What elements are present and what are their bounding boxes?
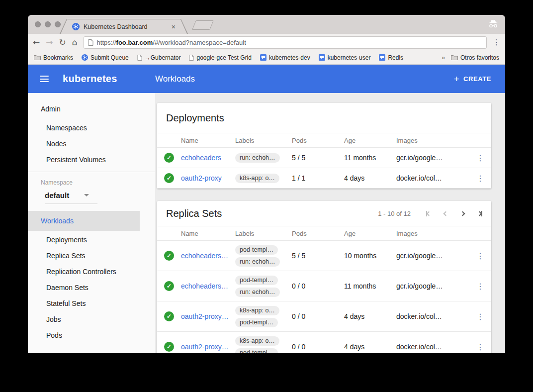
bookmark-folder-bookmarks[interactable]: Bookmarks xyxy=(34,54,73,61)
tab-title: Kubernetes Dashboard xyxy=(84,23,168,30)
status-ok-icon: ✓ xyxy=(164,342,174,352)
sidebar-item-replica-sets[interactable]: Replica Sets xyxy=(28,248,155,264)
label-chip: k8s-app: o… xyxy=(235,174,279,183)
column-pods: Pods xyxy=(292,137,344,144)
titlebar: Kubernetes Dashboard × xyxy=(28,15,505,34)
url-path: /#/workload?namespace=default xyxy=(153,39,246,46)
bookmark-label: google-gce Test Grid xyxy=(196,54,252,61)
new-tab-button[interactable] xyxy=(192,20,214,30)
sidebar-item-namespaces[interactable]: Namespaces xyxy=(28,120,155,136)
bookmark-folder-otros-favoritos[interactable]: Otros favoritos xyxy=(451,54,499,61)
first-page-button[interactable] xyxy=(426,211,431,216)
bookmark-google-gce-test-grid[interactable]: google-gce Test Grid xyxy=(189,54,252,61)
deployments-card: Deployments Name Labels Pods Age Images … xyxy=(157,103,491,189)
label-chip: run: echoh… xyxy=(235,288,280,297)
resource-link[interactable]: echoheaders xyxy=(181,154,235,162)
reload-button[interactable]: ↻ xyxy=(59,38,66,47)
bookmarks-overflow-chevron[interactable]: » xyxy=(442,54,445,61)
create-button[interactable]: + CREATE xyxy=(454,74,491,84)
sidebar-item-deployments[interactable]: Deployments xyxy=(28,232,155,248)
kubernetes-logo: kubernetes xyxy=(63,73,117,85)
back-button[interactable]: ← xyxy=(33,38,40,47)
next-page-button[interactable] xyxy=(461,212,464,215)
bookmark-gubernator[interactable]: →Gubernator xyxy=(137,54,181,61)
resource-link[interactable]: echoheaders… xyxy=(181,252,235,260)
row-menu-icon[interactable]: ⋮ xyxy=(476,251,484,261)
sidebar-item-workloads[interactable]: Workloads xyxy=(28,211,140,231)
replica-sets-card: Replica Sets 1 - 10 of 12 Name Labels Po… xyxy=(157,201,491,353)
namespace-select[interactable]: default xyxy=(45,191,97,204)
pods-cell: 5 / 5 xyxy=(292,154,344,162)
minimize-window-button[interactable] xyxy=(45,21,51,27)
folder-icon xyxy=(34,55,41,60)
browser-tab[interactable]: Kubernetes Dashboard × xyxy=(60,19,188,34)
deployments-card-title: Deployments xyxy=(166,112,224,124)
bookmark-label: →Gubernator xyxy=(145,54,181,61)
row-menu-icon[interactable]: ⋮ xyxy=(476,282,484,291)
pods-cell: 0 / 0 xyxy=(292,312,344,320)
create-button-label: CREATE xyxy=(463,75,491,83)
bookmark-label: kubernetes-dev xyxy=(269,54,310,61)
page-icon xyxy=(137,55,142,61)
row-menu-icon[interactable]: ⋮ xyxy=(476,312,484,321)
folder-icon xyxy=(451,55,458,60)
browser-menu-icon[interactable]: ⋮ xyxy=(493,38,500,47)
images-cell: docker.io/col… xyxy=(396,312,469,320)
forward-button[interactable]: → xyxy=(46,38,53,47)
column-images: Images xyxy=(396,137,469,144)
resource-link[interactable]: oauth2-proxy xyxy=(181,174,235,182)
chevron-down-icon xyxy=(84,194,89,196)
namespace-label: Namespace xyxy=(41,179,155,186)
page-title: Workloads xyxy=(155,74,195,84)
column-pods: Pods xyxy=(292,230,344,237)
column-age: Age xyxy=(344,230,396,237)
label-chip: pod-templ… xyxy=(235,245,278,255)
fullscreen-window-button[interactable] xyxy=(55,21,61,27)
hamburger-menu-icon[interactable] xyxy=(40,76,49,82)
pods-cell: 0 / 0 xyxy=(292,282,344,290)
bookmark-kubernetes-dev[interactable]: kubernetes-dev xyxy=(260,54,310,61)
sidebar-item-daemon-sets[interactable]: Daemon Sets xyxy=(28,280,155,295)
sidebar-item-pods[interactable]: Pods xyxy=(28,327,155,343)
bookmark-submit-queue[interactable]: Submit Queue xyxy=(82,54,129,61)
home-button[interactable]: ⌂ xyxy=(72,38,78,47)
url-bar[interactable]: https://foo.bar.com/#/workload?namespace… xyxy=(84,36,487,49)
column-labels: Labels xyxy=(235,137,292,144)
sidebar-item-replication-controllers[interactable]: Replication Controllers xyxy=(28,264,155,280)
sidebar-item-stateful-sets[interactable]: Stateful Sets xyxy=(28,295,155,311)
pagination-range: 1 - 10 of 12 xyxy=(378,210,411,217)
browser-window: Kubernetes Dashboard × ← → ↻ ⌂ https://f… xyxy=(28,15,505,353)
row-menu-icon[interactable]: ⋮ xyxy=(476,342,484,352)
column-images: Images xyxy=(396,230,469,237)
namespace-selected-value: default xyxy=(45,191,69,199)
resource-link[interactable]: oauth2-proxy… xyxy=(181,343,235,351)
deployments-table-header: Name Labels Pods Age Images xyxy=(157,133,491,148)
sidebar-item-nodes[interactable]: Nodes xyxy=(28,136,155,152)
resource-link[interactable]: oauth2-proxy… xyxy=(181,312,235,320)
tab-close-icon[interactable]: × xyxy=(172,23,176,30)
status-ok-icon: ✓ xyxy=(164,251,174,261)
label-chip: run: echoh… xyxy=(235,153,280,163)
resource-link[interactable]: echoheaders… xyxy=(181,282,235,290)
sidebar-item-jobs[interactable]: Jobs xyxy=(28,311,155,327)
url-domain: foo.bar.com xyxy=(116,39,153,46)
status-ok-icon: ✓ xyxy=(164,281,174,291)
sidebar-item-admin[interactable]: Admin xyxy=(28,101,155,117)
previous-page-button[interactable] xyxy=(444,212,447,215)
bookmark-kubernetes-user[interactable]: kubernetes-user xyxy=(319,54,371,61)
url-scheme: https:// xyxy=(97,39,116,46)
row-menu-icon[interactable]: ⋮ xyxy=(476,174,484,183)
close-window-button[interactable] xyxy=(35,21,41,27)
bookmark-redis[interactable]: Redis xyxy=(379,54,403,61)
label-chip: pod-templ… xyxy=(235,348,278,354)
label-chip: pod-templ… xyxy=(235,318,278,327)
incognito-icon xyxy=(487,19,499,28)
last-page-button[interactable] xyxy=(478,211,482,216)
column-name: Name xyxy=(181,137,235,144)
chat-icon xyxy=(319,54,325,61)
row-menu-icon[interactable]: ⋮ xyxy=(476,153,484,163)
bookmark-label: Bookmarks xyxy=(43,54,73,61)
sidebar-item-persistent-volumes[interactable]: Persistent Volumes xyxy=(28,152,155,168)
page-icon xyxy=(88,39,93,46)
app-body: Admin Namespaces Nodes Persistent Volume… xyxy=(28,93,505,353)
